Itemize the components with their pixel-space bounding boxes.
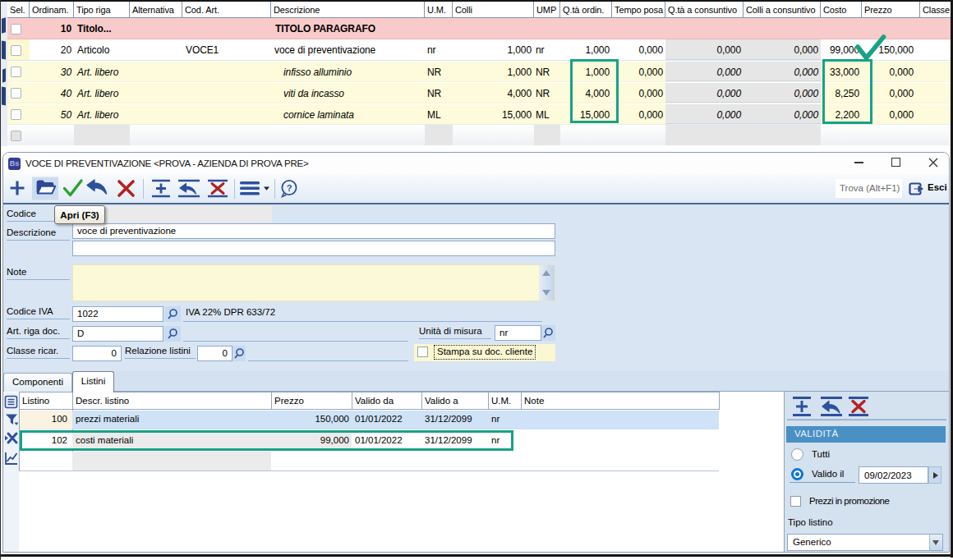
svg-text:?: ? (287, 183, 292, 193)
